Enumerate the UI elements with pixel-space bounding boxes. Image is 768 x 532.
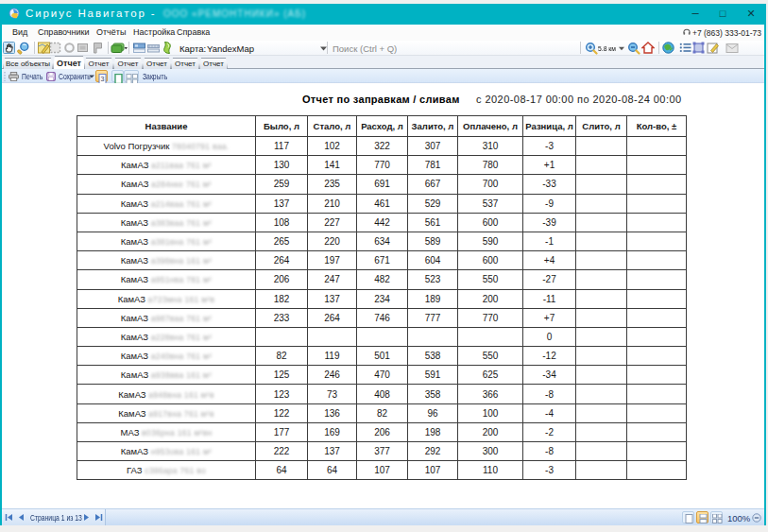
- svg-text:3: 3: [101, 76, 105, 82]
